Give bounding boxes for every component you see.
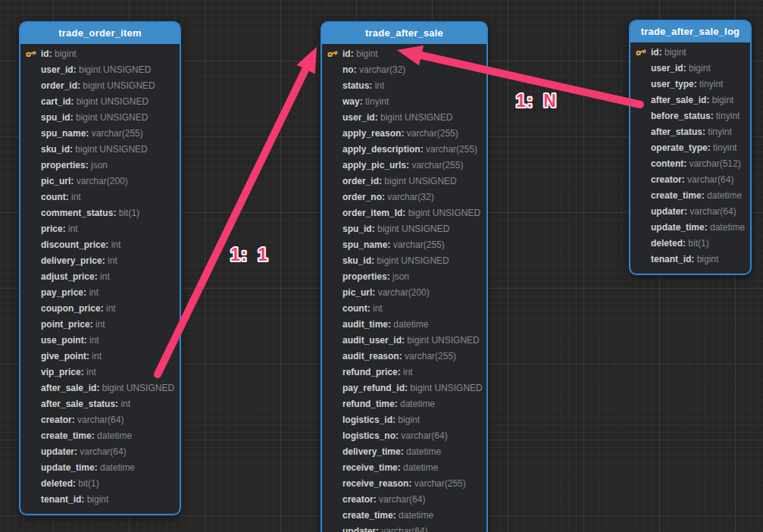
field-row-audit_time[interactable]: audit_time datetime (322, 317, 486, 333)
field-row-receive_reason[interactable]: receive_reason varchar(255) (322, 476, 486, 492)
field-row-point_price[interactable]: point_price int (20, 317, 180, 333)
field-row-id[interactable]: id bigint (630, 45, 750, 61)
field-type: datetime (401, 462, 438, 473)
field-row-audit_reason[interactable]: audit_reason varchar(255) (322, 349, 486, 365)
field-row-create_time[interactable]: create_time datetime (322, 508, 486, 524)
field-row-after_sale_id[interactable]: after_sale_id bigint (630, 92, 750, 108)
field-row-apply_reason[interactable]: apply_reason varchar(255) (322, 126, 486, 142)
field-row-audit_user_id[interactable]: audit_user_id bigint UNSIGNED (322, 333, 486, 349)
field-row-after_sale_status[interactable]: after_sale_status int (20, 396, 180, 412)
field-type: bigint (52, 49, 77, 59)
field-type: bigint (662, 47, 686, 58)
field-row-create_time[interactable]: create_time datetime (630, 188, 750, 204)
field-row-refund_time[interactable]: refund_time datetime (322, 396, 486, 412)
field-name: after_sale_id (41, 383, 99, 393)
field-row-sku_id[interactable]: sku_id bigint UNSIGNED (20, 142, 180, 158)
relation-label-one-to-many[interactable]: 1: N (516, 91, 557, 111)
field-row-price[interactable]: price int (20, 221, 180, 237)
field-type: varchar(200) (73, 176, 127, 186)
field-row-after_status[interactable]: after_status tinyint (630, 124, 750, 140)
field-row-creator[interactable]: creator varchar(64) (20, 412, 180, 428)
field-row-vip_price[interactable]: vip_price int (20, 365, 180, 380)
field-row-pic_url[interactable]: pic_url varchar(200) (20, 174, 180, 189)
field-name: creator (41, 415, 75, 425)
field-row-spu_name[interactable]: spu_name varchar(255) (322, 237, 486, 253)
field-row-no[interactable]: no varchar(32) (322, 62, 486, 78)
field-row-spu_id[interactable]: spu_id bigint UNSIGNED (20, 110, 180, 126)
relation-arrow-one-to-one[interactable] (158, 47, 317, 374)
field-row-comment_status[interactable]: comment_status bit(1) (20, 205, 180, 221)
field-row-use_point[interactable]: use_point int (20, 333, 180, 349)
field-type: varchar(200) (375, 287, 429, 298)
field-row-properties[interactable]: properties json (20, 158, 180, 174)
field-row-deleted[interactable]: deleted bit(1) (20, 476, 180, 492)
relation-label-one-to-one[interactable]: 1: 1 (230, 245, 269, 264)
field-row-tenant_id[interactable]: tenant_id bigint (20, 492, 180, 508)
field-row-update_time[interactable]: update_time datetime (630, 220, 750, 236)
field-row-id[interactable]: id bigint (322, 46, 486, 62)
field-row-update_time[interactable]: update_time datetime (20, 460, 180, 476)
field-name: discount_price (41, 239, 108, 250)
field-type: tinyint (697, 79, 724, 89)
field-row-order_id[interactable]: order_id bigint UNSIGNED (20, 78, 180, 94)
field-row-updater[interactable]: updater varchar(64) (322, 524, 486, 532)
diagram-canvas[interactable]: trade_order_item id bigintuser_id bigint… (0, 0, 763, 532)
field-row-updater[interactable]: updater varchar(64) (20, 444, 180, 460)
field-row-refund_price[interactable]: refund_price int (322, 365, 486, 380)
field-type: varchar(255) (404, 128, 458, 139)
field-row-tenant_id[interactable]: tenant_id bigint (630, 252, 750, 268)
field-row-logistics_id[interactable]: logistics_id bigint (322, 412, 486, 428)
field-row-pay_price[interactable]: pay_price int (20, 285, 180, 301)
field-row-pic_url[interactable]: pic_url varchar(200) (322, 285, 486, 301)
field-row-status[interactable]: status int (322, 78, 486, 94)
table-trade_after_sale_log[interactable]: trade_after_sale_log id bigintuser_id bi… (629, 20, 752, 275)
field-row-after_sale_id[interactable]: after_sale_id bigint UNSIGNED (20, 380, 180, 396)
field-type: int (372, 80, 384, 91)
field-row-before_status[interactable]: before_status tinyint (630, 108, 750, 124)
field-type: bigint (396, 415, 420, 425)
field-type: int (84, 367, 96, 377)
field-row-delivery_price[interactable]: delivery_price int (20, 253, 180, 269)
field-row-count[interactable]: count int (322, 301, 486, 317)
field-row-apply_pic_urls[interactable]: apply_pic_urls varchar(255) (322, 158, 486, 174)
field-row-deleted[interactable]: deleted bit(1) (630, 236, 750, 252)
field-row-creator[interactable]: creator varchar(64) (322, 492, 486, 508)
field-row-user_id[interactable]: user_id bigint UNSIGNED (20, 62, 180, 78)
field-row-give_point[interactable]: give_point int (20, 349, 180, 365)
field-row-receive_time[interactable]: receive_time datetime (322, 460, 486, 476)
field-row-operate_type[interactable]: operate_type tinyint (630, 140, 750, 156)
field-row-spu_name[interactable]: spu_name varchar(255) (20, 126, 180, 142)
field-row-order_id[interactable]: order_id bigint UNSIGNED (322, 174, 486, 189)
field-row-count[interactable]: count int (20, 189, 180, 205)
field-row-apply_description[interactable]: apply_description varchar(255) (322, 142, 486, 158)
table-trade_after_sale[interactable]: trade_after_sale id bigintno varchar(32)… (321, 21, 488, 532)
field-row-create_time[interactable]: create_time datetime (20, 428, 180, 444)
field-name: adjust_price (41, 271, 98, 282)
field-row-cart_id[interactable]: cart_id bigint UNSIGNED (20, 94, 180, 110)
field-row-pay_refund_id[interactable]: pay_refund_id bigint UNSIGNED (322, 380, 486, 396)
field-row-updater[interactable]: updater varchar(64) (630, 204, 750, 220)
field-row-user_type[interactable]: user_type tinyint (630, 77, 750, 92)
table-trade_order_item[interactable]: trade_order_item id bigintuser_id bigint… (19, 21, 181, 515)
field-row-discount_price[interactable]: discount_price int (20, 237, 180, 253)
field-name: tenant_id (651, 254, 694, 264)
field-row-creator[interactable]: creator varchar(64) (630, 172, 750, 188)
field-name: receive_reason (342, 478, 411, 489)
field-row-sku_id[interactable]: sku_id bigint UNSIGNED (322, 253, 486, 269)
field-row-user_id[interactable]: user_id bigint (630, 61, 750, 77)
field-row-coupon_price[interactable]: coupon_price int (20, 301, 180, 317)
field-row-adjust_price[interactable]: adjust_price int (20, 269, 180, 285)
table-field-list: id bigintno varchar(32)status intway tin… (322, 44, 486, 532)
field-name: use_point (41, 335, 87, 346)
field-row-user_id[interactable]: user_id bigint UNSIGNED (322, 110, 486, 126)
field-row-logistics_no[interactable]: logistics_no varchar(64) (322, 428, 486, 444)
field-row-way[interactable]: way tinyint (322, 94, 486, 110)
field-type: bigint UNSIGNED (374, 255, 449, 266)
field-row-order_item_Id[interactable]: order_item_Id bigint UNSIGNED (322, 205, 486, 221)
field-row-delivery_time[interactable]: delivery_time datetime (322, 444, 486, 460)
field-row-content[interactable]: content varchar(512) (630, 156, 750, 172)
field-row-id[interactable]: id bigint (20, 46, 180, 62)
field-row-spu_id[interactable]: spu_id bigint UNSIGNED (322, 221, 486, 237)
field-row-order_no[interactable]: order_no varchar(32) (322, 189, 486, 205)
field-row-properties[interactable]: properties json (322, 269, 486, 285)
